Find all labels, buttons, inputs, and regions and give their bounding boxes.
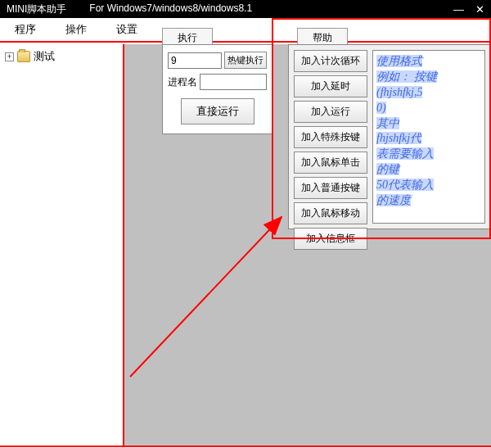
- add-normal-key-button[interactable]: 加入普通按键: [294, 177, 367, 199]
- direct-run-button[interactable]: 直接运行: [181, 98, 255, 124]
- folder-icon: [17, 51, 30, 62]
- add-count-loop-button[interactable]: 加入计次循环: [294, 50, 367, 72]
- menu-operate[interactable]: 操作: [65, 22, 87, 37]
- help-text: 使用格式 例如： 按键 (fhjshfkj,5 0) 其中 fhjshfkj代 …: [372, 50, 485, 224]
- menubar: 程序 操作 设置: [0, 18, 491, 43]
- menu-program[interactable]: 程序: [15, 22, 36, 37]
- tree-root-label: 测试: [34, 49, 55, 64]
- add-mouse-click-button[interactable]: 加入鼠标单击: [294, 152, 367, 174]
- titlebar: MINI脚本助手 For Windows7/windows8/windows8.…: [0, 0, 491, 18]
- add-special-key-button[interactable]: 加入特殊按键: [294, 126, 367, 148]
- sidebar: + 测试: [0, 44, 124, 446]
- close-icon[interactable]: ✕: [475, 3, 484, 16]
- exec-panel: 热键执行 进程名 直接运行: [162, 44, 273, 134]
- help-button-list: 加入计次循环 加入延时 加入运行 加入特殊按键 加入鼠标单击 加入普通按键 加入…: [294, 50, 367, 224]
- process-input[interactable]: [200, 74, 267, 90]
- help-panel: 加入计次循环 加入延时 加入运行 加入特殊按键 加入鼠标单击 加入普通按键 加入…: [288, 44, 491, 229]
- add-run-button[interactable]: 加入运行: [294, 101, 367, 123]
- hotkey-input[interactable]: [168, 52, 222, 69]
- hotkey-run-button[interactable]: 热键执行: [224, 52, 267, 69]
- app-title: MINI脚本助手: [7, 2, 66, 16]
- app-subtitle: For Windows7/windows8/windows8.1: [89, 2, 252, 16]
- process-label: 进程名: [168, 75, 197, 89]
- add-msgbox-button[interactable]: 加入信息框: [294, 228, 367, 250]
- menu-settings[interactable]: 设置: [116, 22, 137, 37]
- add-mouse-move-button[interactable]: 加入鼠标移动: [294, 202, 367, 224]
- add-delay-button[interactable]: 加入延时: [294, 75, 367, 97]
- annotation-bottom-line: [0, 446, 491, 447]
- expand-icon[interactable]: +: [5, 52, 14, 61]
- tree-root-row[interactable]: + 测试: [0, 44, 123, 69]
- minimize-icon[interactable]: —: [453, 3, 464, 16]
